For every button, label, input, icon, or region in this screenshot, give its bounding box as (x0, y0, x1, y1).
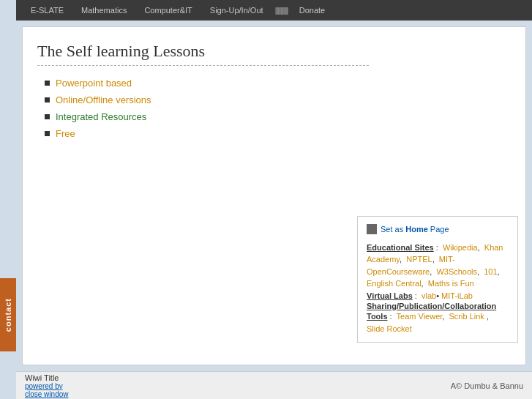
set-homepage-link[interactable]: Set as Home Page (381, 225, 449, 234)
list-item: Free (45, 128, 511, 139)
contact-label: contact (4, 298, 12, 332)
title-divider (37, 65, 369, 66)
main-container: E-SLATE Mathematics Computer&IT Sign-Up/… (16, 0, 532, 399)
content-wrapper: The Self learning Lessons Powerpoint bas… (16, 20, 532, 371)
feature-online: Online/Offline versions (56, 94, 151, 105)
link-slide-rocket[interactable]: Slide Rocket (367, 324, 412, 333)
feature-list: Powerpoint based Online/Offline versions… (45, 78, 511, 139)
link-vlab[interactable]: vlab (422, 291, 436, 300)
footer-powered-link[interactable]: powered by (25, 382, 68, 390)
footer-close-link[interactable]: close window (25, 390, 68, 398)
nav-item-signup[interactable]: Sign-Up/In/Out (201, 0, 272, 20)
nav-item-donate[interactable]: Donate (291, 0, 334, 20)
right-panel: Set as Home Page Educational Sites : Wik… (357, 216, 518, 343)
link-nptel[interactable]: NPTEL (406, 255, 432, 264)
nav-item-mathematics[interactable]: Mathematics (72, 0, 135, 20)
educational-title: Educational Sites (367, 243, 434, 252)
page-title: The Self learning Lessons (37, 42, 511, 61)
nav-item-e-slate[interactable]: E-SLATE (22, 0, 72, 20)
virtual-title: Virtual Labs (367, 291, 413, 300)
footer-left: Wiwi Title powered by close window (25, 373, 68, 398)
feature-free: Free (56, 128, 75, 139)
contact-sidebar[interactable]: contact (0, 278, 16, 351)
bullet-icon (45, 131, 50, 136)
feature-integrated: Integrated Resources (56, 111, 146, 122)
bullet-icon (45, 114, 50, 119)
nav-bar: E-SLATE Mathematics Computer&IT Sign-Up/… (16, 0, 532, 20)
nav-separator-icon: |||||||||||||||||||| (272, 6, 291, 15)
feature-powerpoint: Powerpoint based (56, 78, 132, 89)
nav-item-computer-it[interactable]: Computer&IT (135, 0, 201, 20)
sharing-section: Sharing/Publication/Collaboration Tools … (367, 302, 509, 335)
virtual-content: : vlab• MIT-iLab (415, 291, 473, 300)
link-101[interactable]: 101 (484, 267, 497, 276)
home-icon (367, 224, 377, 234)
link-maths-fun[interactable]: Maths is Fun (428, 279, 474, 288)
footer-wiwi-label: Wiwi Title (25, 373, 68, 382)
list-item: Online/Offline versions (45, 94, 511, 105)
footer: Wiwi Title powered by close window A© Du… (16, 371, 532, 399)
link-wikipedia[interactable]: Wikipedia (443, 243, 478, 252)
bullet-icon (45, 81, 50, 86)
educational-section: Educational Sites : Wikipedia, Khan Acad… (367, 242, 509, 290)
footer-copyright: A© Dumbu & Bannu (451, 381, 523, 390)
set-homepage-row: Set as Home Page (367, 224, 509, 234)
link-english-central[interactable]: English Central (367, 279, 422, 288)
link-w3schools[interactable]: W3Schools (436, 267, 477, 276)
link-mit-ilab[interactable]: MIT-iLab (441, 291, 473, 300)
list-item: Powerpoint based (45, 78, 511, 89)
link-scrib-link[interactable]: Scrib Link (449, 312, 484, 321)
link-team-viewer[interactable]: Team Viewer (397, 312, 443, 321)
bullet-icon (45, 97, 50, 102)
main-panel: The Self learning Lessons Powerpoint bas… (22, 26, 526, 365)
list-item: Integrated Resources (45, 111, 511, 122)
virtual-section: Virtual Labs : vlab• MIT-iLab (367, 290, 509, 302)
home-bold: Home (405, 225, 428, 234)
